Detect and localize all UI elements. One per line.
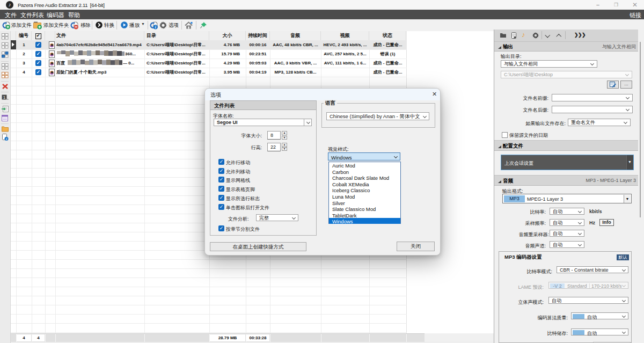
svg-text:1: 1 [3, 95, 6, 100]
